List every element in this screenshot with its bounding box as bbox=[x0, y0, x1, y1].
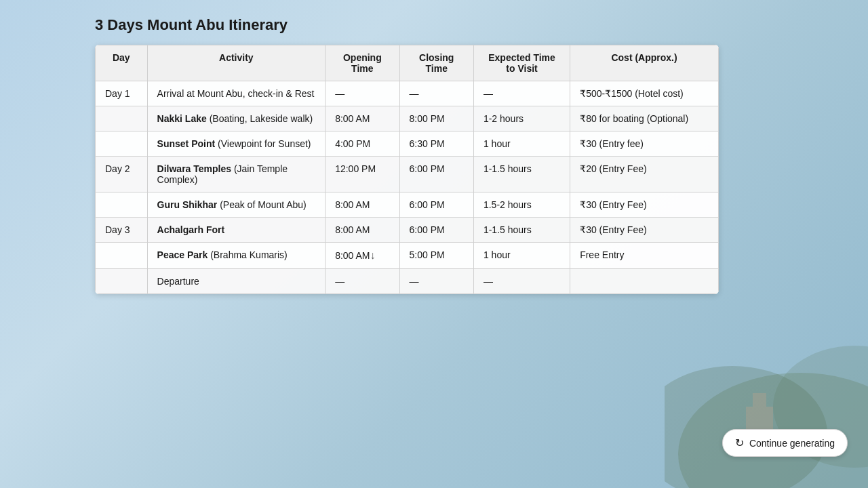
table-row: Sunset Point (Viewpoint for Sunset)4:00 … bbox=[96, 131, 719, 157]
header-day: Day bbox=[96, 45, 148, 81]
cell-expected-time: — bbox=[473, 81, 570, 106]
cell-opening-time: 8:00 AM ↓ bbox=[326, 243, 399, 269]
cell-day bbox=[96, 192, 148, 218]
cell-cost: ₹80 for boating (Optional) bbox=[570, 106, 719, 131]
cell-closing-time: — bbox=[399, 81, 473, 106]
cell-closing-time: — bbox=[399, 269, 473, 294]
cell-cost: ₹30 (Entry Fee) bbox=[570, 192, 719, 218]
cell-day bbox=[96, 106, 148, 131]
cell-closing-time: 6:30 PM bbox=[399, 131, 473, 157]
cell-closing-time: 5:00 PM bbox=[399, 243, 473, 269]
cell-closing-time: 6:00 PM bbox=[399, 218, 473, 243]
table-body: Day 1Arrival at Mount Abu, check-in & Re… bbox=[96, 81, 719, 294]
table-header-row: Day Activity Opening Time Closing Time E… bbox=[96, 45, 719, 81]
cell-expected-time: 1 hour bbox=[473, 131, 570, 157]
cell-expected-time: — bbox=[473, 269, 570, 294]
page-title: 3 Days Mount Abu Itinerary bbox=[95, 16, 854, 34]
cell-cost: ₹500-₹1500 (Hotel cost) bbox=[570, 81, 719, 106]
cell-expected-time: 1.5-2 hours bbox=[473, 192, 570, 218]
cell-opening-time: 8:00 AM bbox=[326, 192, 399, 218]
cell-opening-time: 8:00 AM bbox=[326, 106, 399, 131]
cell-activity: Achalgarh Fort bbox=[147, 218, 326, 243]
cell-day: Day 3 bbox=[96, 218, 148, 243]
header-cost: Cost (Approx.) bbox=[570, 45, 719, 81]
cell-day: Day 1 bbox=[96, 81, 148, 106]
cell-opening-time: 8:00 AM bbox=[326, 218, 399, 243]
cell-closing-time: 6:00 PM bbox=[399, 157, 473, 192]
table-row: Day 3Achalgarh Fort8:00 AM6:00 PM1-1.5 h… bbox=[96, 218, 719, 243]
table-row: Day 1Arrival at Mount Abu, check-in & Re… bbox=[96, 81, 719, 106]
cell-day: Day 2 bbox=[96, 157, 148, 192]
cell-cost: ₹30 (Entry fee) bbox=[570, 131, 719, 157]
cell-activity: Nakki Lake (Boating, Lakeside walk) bbox=[147, 106, 326, 131]
cell-activity: Peace Park (Brahma Kumaris) bbox=[147, 243, 326, 269]
cell-activity: Guru Shikhar (Peak of Mount Abu) bbox=[147, 192, 326, 218]
cell-activity: Arrival at Mount Abu, check-in & Rest bbox=[147, 81, 326, 106]
cell-activity: Departure bbox=[147, 269, 326, 294]
cell-opening-time: — bbox=[326, 81, 399, 106]
header-closing-time: Closing Time bbox=[399, 45, 473, 81]
cell-day bbox=[96, 269, 148, 294]
content-area: 3 Days Mount Abu Itinerary Day Activity … bbox=[0, 0, 868, 488]
itinerary-table: Day Activity Opening Time Closing Time E… bbox=[95, 45, 719, 294]
cell-activity: Sunset Point (Viewpoint for Sunset) bbox=[147, 131, 326, 157]
table-row: Guru Shikhar (Peak of Mount Abu)8:00 AM6… bbox=[96, 192, 719, 218]
table-row: Departure——— bbox=[96, 269, 719, 294]
continue-button-label: Continue generating bbox=[749, 438, 835, 449]
cell-cost: Free Entry bbox=[570, 243, 719, 269]
cell-day bbox=[96, 243, 148, 269]
cell-expected-time: 1-1.5 hours bbox=[473, 157, 570, 192]
table-row: Peace Park (Brahma Kumaris)8:00 AM ↓5:00… bbox=[96, 243, 719, 269]
cell-closing-time: 6:00 PM bbox=[399, 192, 473, 218]
cell-cost: ₹30 (Entry Fee) bbox=[570, 218, 719, 243]
header-activity: Activity bbox=[147, 45, 326, 81]
header-expected-time: Expected Time to Visit bbox=[473, 45, 570, 81]
cell-day bbox=[96, 131, 148, 157]
scroll-down-icon: ↓ bbox=[370, 249, 376, 262]
cell-opening-time: 12:00 PM bbox=[326, 157, 399, 192]
cell-expected-time: 1 hour bbox=[473, 243, 570, 269]
cell-opening-time: 4:00 PM bbox=[326, 131, 399, 157]
header-opening-time: Opening Time bbox=[326, 45, 399, 81]
table-row: Nakki Lake (Boating, Lakeside walk)8:00 … bbox=[96, 106, 719, 131]
cell-cost bbox=[570, 269, 719, 294]
cell-cost: ₹20 (Entry Fee) bbox=[570, 157, 719, 192]
table-row: Day 2Dilwara Temples (Jain Temple Comple… bbox=[96, 157, 719, 192]
cell-expected-time: 1-2 hours bbox=[473, 106, 570, 131]
continue-generating-button[interactable]: ↻ Continue generating bbox=[722, 429, 848, 457]
refresh-icon: ↻ bbox=[735, 436, 744, 449]
cell-closing-time: 8:00 PM bbox=[399, 106, 473, 131]
cell-expected-time: 1-1.5 hours bbox=[473, 218, 570, 243]
cell-opening-time: — bbox=[326, 269, 399, 294]
cell-activity: Dilwara Temples (Jain Temple Complex) bbox=[147, 157, 326, 192]
